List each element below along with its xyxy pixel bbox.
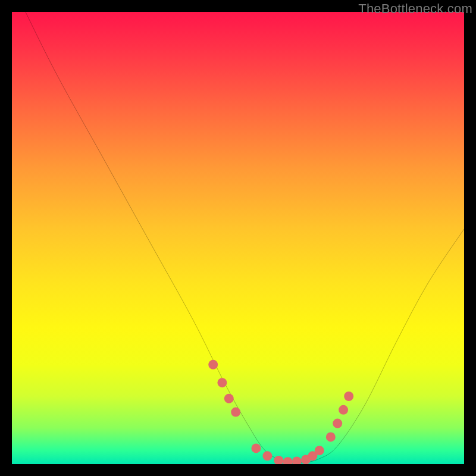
highlight-dot (326, 432, 336, 441)
bottleneck-curve (26, 12, 464, 463)
highlight-dot (262, 451, 272, 461)
plot-area (12, 12, 464, 464)
highlight-dot (315, 446, 324, 455)
chart-frame: TheBottleneck.com (0, 0, 476, 476)
highlight-dot (283, 457, 293, 464)
highlight-dots (208, 360, 353, 464)
curve-svg (12, 12, 464, 464)
highlight-dot (292, 456, 302, 464)
highlight-dot (208, 360, 218, 369)
highlight-dot (251, 443, 261, 453)
highlight-dot (217, 378, 227, 387)
highlight-dot (344, 392, 353, 401)
watermark-text: TheBottleneck.com (358, 1, 472, 17)
highlight-dot (274, 456, 283, 464)
highlight-dot (224, 394, 234, 403)
highlight-dot (333, 419, 342, 428)
highlight-dot (231, 408, 240, 417)
highlight-dot (339, 405, 348, 415)
